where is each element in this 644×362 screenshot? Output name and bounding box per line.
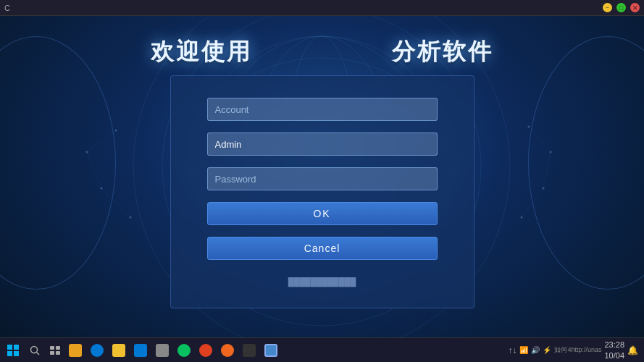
cancel-row: Cancel bbox=[207, 237, 438, 260]
taskbar-app-1[interactable] bbox=[65, 340, 85, 361]
taskbar-app-8[interactable] bbox=[217, 340, 238, 361]
svg-rect-71 bbox=[56, 351, 60, 355]
svg-point-66 bbox=[31, 346, 38, 353]
window-titlebar: C － □ ✕ bbox=[0, 0, 644, 16]
ok-button[interactable]: OK bbox=[207, 202, 438, 225]
account-input[interactable] bbox=[207, 98, 438, 121]
clock-time: 23:28 bbox=[604, 340, 624, 350]
tray-icon-4[interactable]: ⚡ bbox=[543, 346, 551, 354]
close-button[interactable]: ✕ bbox=[630, 3, 640, 12]
folder-icon bbox=[112, 344, 125, 357]
ok-row: OK bbox=[207, 202, 438, 225]
password-row bbox=[207, 167, 438, 190]
search-taskbar-icon bbox=[29, 345, 41, 356]
taskbar-app-2[interactable] bbox=[87, 340, 107, 361]
login-dialog: OK Cancel ████████████ bbox=[170, 75, 474, 308]
system-tray: ↑↓ 📶 🔊 ⚡ 如何4http://unas 23:28 10/04 🔔 bbox=[508, 340, 641, 361]
app1-icon bbox=[69, 344, 82, 357]
terminal-icon bbox=[243, 344, 256, 357]
windows-icon bbox=[7, 345, 19, 356]
taskbar-app-9[interactable] bbox=[239, 340, 259, 361]
clock-date: 10/04 bbox=[604, 350, 624, 361]
cancel-button[interactable]: Cancel bbox=[207, 237, 438, 260]
tray-icon-3[interactable]: 🔊 bbox=[531, 346, 540, 354]
svg-line-67 bbox=[37, 352, 40, 355]
taskbar-app-6[interactable] bbox=[174, 340, 194, 361]
store-icon bbox=[134, 344, 147, 357]
tray-text-long: 如何4http://unas bbox=[554, 345, 601, 355]
window-title: C bbox=[4, 4, 10, 12]
main-content: 欢迎使用 分析软件 OK Cancel ████████████ bbox=[0, 16, 644, 337]
svg-rect-69 bbox=[56, 346, 60, 350]
svg-rect-68 bbox=[50, 346, 54, 350]
title-part2: 分析软件 bbox=[392, 38, 493, 64]
wechat-icon bbox=[177, 344, 191, 357]
taskbar-app-4[interactable] bbox=[130, 340, 151, 361]
taskbar-apps bbox=[65, 340, 508, 361]
search-button[interactable] bbox=[25, 340, 45, 361]
svg-rect-64 bbox=[7, 351, 12, 356]
svg-rect-63 bbox=[14, 345, 19, 350]
svg-rect-65 bbox=[14, 351, 19, 356]
bottom-brand: ████████████ bbox=[207, 277, 438, 286]
taskview-button[interactable] bbox=[45, 340, 65, 361]
taskbar-app-7[interactable] bbox=[196, 340, 216, 361]
firefox-icon bbox=[221, 344, 234, 357]
maximize-button[interactable]: □ bbox=[616, 3, 626, 12]
admin-row bbox=[207, 132, 438, 156]
taskview-icon bbox=[49, 345, 61, 356]
edge-icon bbox=[91, 344, 104, 357]
username-input[interactable] bbox=[207, 132, 438, 156]
taskbar-app-5[interactable] bbox=[152, 340, 172, 361]
taskbar-app-3[interactable] bbox=[109, 340, 129, 361]
notification-icon[interactable]: 🔔 bbox=[627, 345, 638, 355]
system-clock[interactable]: 23:28 10/04 bbox=[604, 340, 624, 361]
active-app-icon bbox=[264, 344, 277, 357]
password-input[interactable] bbox=[207, 167, 438, 190]
taskbar: ↑↓ 📶 🔊 ⚡ 如何4http://unas 23:28 10/04 🔔 bbox=[0, 337, 644, 362]
taskbar-app-10[interactable] bbox=[261, 340, 281, 361]
app-title: 欢迎使用 分析软件 bbox=[151, 36, 494, 68]
start-button[interactable] bbox=[3, 340, 23, 361]
title-redacted bbox=[261, 38, 384, 64]
account-row bbox=[207, 98, 438, 121]
tray-icon-2[interactable]: 📶 bbox=[519, 346, 528, 354]
brand-text: ████████████ bbox=[288, 277, 356, 286]
minimize-button[interactable]: － bbox=[603, 3, 612, 12]
chrome-icon bbox=[199, 344, 212, 357]
svg-rect-70 bbox=[50, 351, 54, 355]
svg-rect-62 bbox=[7, 345, 12, 350]
title-part1: 欢迎使用 bbox=[151, 38, 252, 64]
settings-icon bbox=[156, 344, 169, 357]
window-controls: － □ ✕ bbox=[603, 3, 640, 12]
tray-icon-1[interactable]: ↑↓ bbox=[508, 345, 517, 355]
